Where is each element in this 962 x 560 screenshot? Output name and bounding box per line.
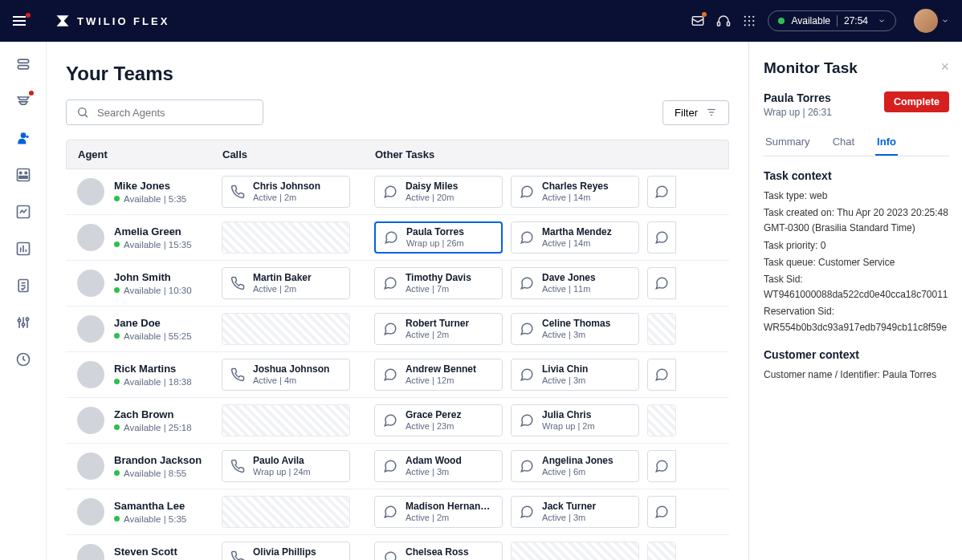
chat-icon [520,459,534,473]
task-card[interactable]: Dave JonesActive | 11m [511,267,639,299]
nav-history-icon[interactable] [15,351,31,367]
status-indicator-icon [114,424,120,430]
task-customer-name: Chris Johnson [253,181,320,193]
task-card[interactable]: Chris JohnsonActive | 2m [222,176,350,208]
task-card[interactable]: Daisy MilesActive | 20m [374,176,503,208]
tab-summary[interactable]: Summary [764,129,812,156]
svg-rect-0 [693,17,704,26]
chat-icon [383,322,397,336]
nav-analytics-icon[interactable] [15,204,31,220]
close-icon[interactable]: × [940,59,949,74]
nav-reports-icon[interactable] [15,241,31,257]
agent-name: John Smith [114,271,192,284]
nav-teams-icon[interactable] [15,130,31,146]
nav-clipboard-icon[interactable] [15,278,31,294]
task-card[interactable]: Martha MendezActive | 14m [511,221,639,254]
task-card[interactable]: Adam WoodActive | 3m [374,450,503,482]
search-icon [76,106,89,119]
agent-row: Steven ScottAvailable | 35:35Olivia Phil… [66,535,729,560]
task-card[interactable]: | [647,221,676,254]
search-input[interactable] [97,107,253,119]
svg-point-6 [744,20,746,22]
agent-status: Available | 25:18 [114,423,192,432]
page-title: Your Teams [66,63,729,85]
panel-title: Monitor Task [764,59,858,77]
status-timer: 27:54 [844,15,868,26]
agent-avatar [77,498,104,526]
task-customer-name: Livia Chin [542,364,588,375]
task-card[interactable]: Livia ChinActive | 3m [511,359,639,391]
menu-toggle[interactable] [13,11,32,30]
chat-icon [520,230,534,245]
tab-info[interactable]: Info [875,129,898,156]
status-indicator-icon [114,516,120,521]
agent-row: Samantha LeeAvailable | 5:35Madison Hern… [66,489,729,535]
task-card[interactable]: | [647,496,676,528]
task-card[interactable]: Grace PerezActive | 23m [374,404,503,436]
task-card[interactable]: | [647,450,676,482]
panel-tabs: Summary Chat Info [764,129,949,156]
task-card[interactable]: | [647,267,676,299]
task-card[interactable]: | [647,359,676,391]
complete-button[interactable]: Complete [884,91,949,112]
task-context-line: Task queue: Customer Service [764,255,949,270]
search-input-wrapper[interactable] [66,99,263,125]
task-status: Active | 4m [253,375,329,386]
svg-point-18 [25,172,27,174]
task-card[interactable]: Timothy DavisActive | 7m [374,267,503,299]
inbox-icon[interactable] [691,14,705,28]
task-context-line: Task Sid: WT9461000088da522cd0e40cca18c7… [764,272,949,302]
task-card[interactable]: Madison HernandezActive | 2m [374,496,503,528]
task-card[interactable]: Paula TorresWrap up | 26m [374,221,503,254]
task-customer-name: Madison Hernandez [406,501,494,513]
filter-button[interactable]: Filter [662,100,729,125]
app-logo: TWILIO FLEX [55,13,169,29]
task-card[interactable]: Andrew BennetActive | 12m [374,359,503,391]
svg-point-17 [19,172,22,174]
task-card[interactable]: Jack TurnerActive | 3m [511,496,639,528]
apps-grid-icon[interactable] [742,14,756,28]
notification-dot [702,12,707,17]
task-status: Active | 14m [542,238,612,249]
tab-chat[interactable]: Chat [831,129,856,156]
task-card[interactable]: Julia ChrisWrap up | 2m [511,404,639,436]
task-card[interactable]: Joshua JohnsonActive | 4m [222,359,350,391]
task-card[interactable]: Charles ReyesActive | 14m [511,176,639,208]
chevron-down-icon [878,17,886,25]
agent-status-selector[interactable]: Available 27:54 [768,10,896,31]
headset-icon[interactable] [716,14,731,28]
nav-settings-icon[interactable] [15,314,31,331]
nav-tasks-icon[interactable] [15,56,31,72]
chat-icon [654,459,669,473]
task-status: Active | 2m [253,193,320,203]
agent-status: Available | 15:35 [114,240,192,250]
topbar: TWILIO FLEX Available 27:54 [0,0,962,42]
task-card[interactable]: | [647,176,676,208]
column-header-agent: Agent [78,148,222,160]
svg-point-29 [18,319,20,322]
status-indicator-icon [114,379,120,384]
empty-slot [647,404,676,436]
task-card[interactable]: Robert TurnerActive | 2m [374,313,503,345]
task-card[interactable]: Paulo AvilaWrap up | 24m [222,450,350,482]
task-customer-name: Julia Chris [542,410,595,421]
chat-icon [654,276,669,290]
task-card[interactable]: Olivia PhillipsActive | 1m [222,542,350,560]
task-customer-name: Paulo Avila [253,456,311,467]
nav-dashboard-icon[interactable] [15,167,31,183]
task-card[interactable]: Martin BakerActive | 2m [222,267,350,299]
chevron-down-icon[interactable] [941,17,949,25]
task-customer-name: Robert Turner [406,319,469,330]
agent-status: Available | 5:35 [114,514,186,524]
task-card[interactable]: Chelsea RossActive | 1m [374,542,503,560]
svg-point-10 [748,24,750,26]
agent-name: Rick Martins [114,363,192,375]
empty-slot [511,542,639,560]
nav-queue-icon[interactable] [15,93,31,109]
agent-row: John SmithAvailable | 10:30Martin BakerA… [66,261,729,306]
task-card[interactable]: Angelina JonesActive | 6m [511,450,639,482]
user-avatar[interactable] [914,9,938,33]
notification-dot [26,13,31,18]
svg-point-33 [26,318,28,320]
task-card[interactable]: Celine ThomasActive | 3m [511,313,639,345]
